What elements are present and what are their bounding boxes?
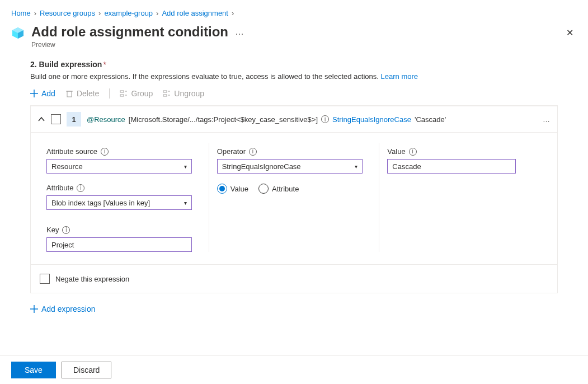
operator-select[interactable]: StringEqualsIgnoreCase ▾ bbox=[217, 159, 363, 174]
ungroup-icon bbox=[163, 90, 171, 97]
group-button[interactable]: Group bbox=[120, 89, 153, 98]
delete-button[interactable]: Delete bbox=[65, 89, 99, 98]
chevron-right-icon: › bbox=[98, 9, 101, 17]
add-button[interactable]: Add bbox=[30, 89, 55, 98]
expression-checkbox[interactable] bbox=[51, 114, 61, 124]
value-label: Value bbox=[387, 147, 405, 156]
chevron-right-icon: › bbox=[34, 9, 36, 17]
chevron-right-icon: › bbox=[156, 9, 158, 17]
key-input[interactable] bbox=[46, 237, 192, 252]
info-icon[interactable]: i bbox=[77, 184, 84, 192]
chevron-down-icon: ▾ bbox=[184, 163, 187, 170]
page-title: Add role assignment condition bbox=[31, 24, 228, 40]
save-button[interactable]: Save bbox=[11, 362, 56, 378]
svg-rect-5 bbox=[67, 91, 72, 97]
ungroup-button[interactable]: Ungroup bbox=[163, 89, 204, 98]
crumb-add-role-assignment[interactable]: Add role assignment bbox=[162, 9, 228, 17]
info-icon[interactable]: i bbox=[249, 148, 257, 156]
chevron-down-icon: ▾ bbox=[355, 163, 357, 170]
svg-rect-12 bbox=[163, 95, 167, 96]
add-expression-button[interactable]: Add expression bbox=[30, 299, 558, 319]
crumb-resource-groups[interactable]: Resource groups bbox=[40, 9, 95, 17]
negate-checkbox[interactable] bbox=[40, 274, 50, 284]
section-heading: 2. Build expression* bbox=[30, 54, 558, 72]
learn-more-link[interactable]: Learn more bbox=[381, 72, 418, 81]
expression-header: 1 @Resource[Microsoft.Storage/.../tags:P… bbox=[31, 106, 557, 132]
row-more-icon[interactable]: … bbox=[543, 115, 551, 124]
breadcrumb: Home › Resource groups › example-group ›… bbox=[0, 0, 588, 22]
discard-button[interactable]: Discard bbox=[62, 362, 111, 378]
expression-number: 1 bbox=[67, 112, 81, 127]
chevron-right-icon: › bbox=[232, 9, 234, 17]
expression-card: 1 @Resource[Microsoft.Storage/.../tags:P… bbox=[30, 105, 558, 293]
attribute-column: Attribute source i Resource ▾ Attribute … bbox=[39, 143, 209, 252]
group-icon bbox=[120, 90, 128, 97]
footer: Save Discard bbox=[0, 355, 588, 384]
attribute-source-select[interactable]: Resource ▾ bbox=[46, 159, 192, 174]
svg-rect-8 bbox=[120, 95, 124, 96]
chevron-down-icon: ▾ bbox=[184, 200, 187, 206]
more-icon[interactable]: … bbox=[235, 27, 244, 37]
trash-icon bbox=[65, 90, 73, 97]
info-icon[interactable]: i bbox=[409, 148, 417, 156]
attribute-label: Attribute bbox=[46, 184, 73, 192]
radio-attribute[interactable]: Attribute bbox=[258, 184, 299, 194]
plus-icon bbox=[30, 90, 38, 97]
crumb-example-group[interactable]: example-group bbox=[104, 9, 153, 17]
svg-rect-7 bbox=[120, 91, 124, 92]
operator-column: Operator i StringEqualsIgnoreCase ▾ Valu… bbox=[209, 143, 379, 252]
attribute-select[interactable]: Blob index tags [Values in key] ▾ bbox=[46, 195, 192, 210]
radio-value[interactable]: Value bbox=[217, 184, 248, 194]
attribute-source-label: Attribute source bbox=[46, 147, 97, 156]
close-icon[interactable]: ✕ bbox=[563, 24, 577, 41]
separator bbox=[109, 88, 110, 99]
operator-label: Operator bbox=[217, 147, 246, 156]
value-input[interactable] bbox=[387, 159, 516, 174]
expr-operator: StringEqualsIgnoreCase bbox=[332, 115, 411, 124]
section-description: Build one or more expressions. If the ex… bbox=[30, 72, 558, 88]
collapse-icon[interactable] bbox=[37, 115, 45, 123]
expr-resource: @Resource bbox=[87, 115, 125, 124]
expression-toolbar: Add Delete Group Ungroup bbox=[30, 88, 558, 105]
info-icon[interactable]: i bbox=[321, 115, 329, 123]
negate-label: Negate this expression bbox=[55, 275, 129, 283]
crumb-home[interactable]: Home bbox=[11, 9, 31, 17]
value-column: Value i bbox=[379, 143, 549, 252]
cube-icon bbox=[11, 26, 25, 40]
svg-rect-11 bbox=[163, 91, 167, 92]
info-icon[interactable]: i bbox=[101, 148, 109, 156]
preview-badge: Preview bbox=[31, 41, 556, 49]
plus-icon bbox=[30, 305, 38, 313]
info-icon[interactable]: i bbox=[62, 226, 70, 234]
expr-bracket: [Microsoft.Storage/.../tags:Project<$key… bbox=[129, 115, 318, 124]
key-label: Key bbox=[46, 226, 59, 234]
expr-value: 'Cascade' bbox=[415, 115, 446, 124]
